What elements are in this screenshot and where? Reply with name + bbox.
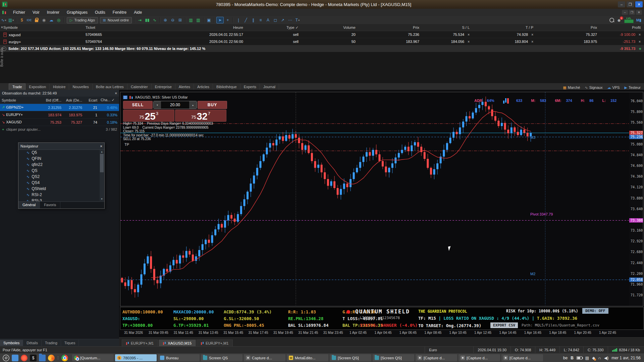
taskbar-window-button[interactable]: 5780395 - ...	[115, 354, 157, 361]
buy-button[interactable]: BUY	[198, 101, 227, 109]
toolbox-tab-trade[interactable]: Trade	[9, 83, 25, 90]
search-icon[interactable]	[609, 18, 614, 22]
toolbox-tab-boteauxlettres[interactable]: Boîte aux Lettres	[93, 84, 127, 90]
close-position-icon[interactable]: ×	[639, 40, 641, 44]
menu-outils[interactable]: Outils	[91, 9, 109, 16]
volume-value[interactable]: 20.00	[161, 101, 189, 109]
terminal-icon[interactable]: $	[30, 355, 37, 361]
shield-icon[interactable]: ◆	[592, 356, 595, 360]
remove-level-icon[interactable]: ×	[531, 40, 533, 44]
scroll-up-icon[interactable]: ▲	[100, 150, 104, 154]
service-tab-march[interactable]: ▦Marché	[563, 85, 580, 90]
chart-plot[interactable]: TPM3Pivot 3347.79M2 XAGUSD, M15: Silver …	[120, 92, 630, 306]
taskbar-window-button[interactable]: [Capture d...	[416, 354, 457, 361]
sell-quote[interactable]: 75 25 3	[123, 110, 174, 122]
close-position-icon[interactable]: ×	[639, 33, 641, 37]
title-bar[interactable]: 780395 - MonetaMarkets-Demo: Compte demo…	[0, 0, 644, 9]
taskbar-window-button[interactable]: [Screen QS]	[373, 354, 414, 361]
channel-icon[interactable]: ∥	[250, 17, 257, 23]
navigator-item-qshield[interactable]: ∿QShield	[18, 186, 99, 192]
column-header-volume[interactable]: Volume	[302, 25, 359, 29]
zoom-in-icon[interactable]: ⊕	[162, 17, 169, 23]
mdi-close-icon[interactable]: ✕	[636, 10, 642, 15]
position-row[interactable]: eurjpy+570497642026.04.01 22:56:00sell50…	[0, 38, 644, 45]
community-icon[interactable]: M▮	[636, 18, 641, 22]
files-icon[interactable]	[39, 355, 46, 361]
expand-icon[interactable]: +	[639, 46, 641, 51]
volume-down-icon[interactable]: ▾	[154, 101, 161, 109]
menu-graphiques[interactable]: Graphiques	[63, 9, 91, 16]
shapes-icon[interactable]: ◻	[272, 17, 279, 23]
indicator-remove-icon[interactable]: ▥	[195, 17, 202, 23]
market-watch-row[interactable]: ↗GBPNZD+2.312552.31276210.48%	[0, 104, 119, 111]
zigzag-icon[interactable]: ∿	[151, 17, 158, 23]
navigator-close-icon[interactable]: ×	[100, 144, 102, 148]
screenshot-icon[interactable]: ▣	[206, 17, 212, 23]
column-header-symbole[interactable]: Symbole	[0, 25, 82, 29]
menu-icon[interactable]	[3, 355, 9, 361]
service-tab-signaux[interactable]: ∿Signaux	[585, 85, 602, 90]
dollar-icon[interactable]: $	[18, 17, 25, 23]
candles-icon[interactable]: ▮▮	[144, 17, 151, 23]
text-icon[interactable]: A	[265, 17, 271, 23]
buy-quote[interactable]: 75 32 7	[175, 110, 226, 122]
remove-level-icon[interactable]: ×	[468, 40, 470, 44]
taskbar-window-button[interactable]: Capture d...	[244, 354, 285, 361]
navigator-item-rsi3[interactable]: ∿RSI-3	[18, 198, 99, 201]
cloud-icon[interactable]: ☁	[48, 17, 55, 23]
separator-dots[interactable]: ⋮	[57, 355, 59, 361]
column-header-sl[interactable]: S / L	[423, 25, 473, 29]
cursor-icon[interactable]: ➤	[216, 17, 224, 23]
toolbox-tab-alertes[interactable]: Alertes	[175, 84, 194, 90]
mw-column-2[interactable]: Ask (De...	[63, 98, 84, 102]
nouvel-ordre-button[interactable]: ⊞Nouvel ordre	[100, 17, 132, 23]
mdi-restore-icon[interactable]: ❐	[629, 10, 635, 15]
toolbox-tab-journal[interactable]: Journal	[260, 84, 279, 90]
service-tab-testeur[interactable]: ▶Testeur	[624, 85, 641, 90]
bluetooth-icon[interactable]: B	[571, 356, 574, 360]
menu-insrer[interactable]: Insérer	[43, 9, 63, 16]
taskbar-window-button[interactable]: [Capture d...	[459, 354, 500, 361]
toolbox-side-label[interactable]: Boîte à outils	[0, 30, 5, 84]
mw-column-1[interactable]: Bid (Off...	[44, 98, 63, 102]
navigator-item-qfin[interactable]: ∿QFIN	[18, 156, 99, 162]
chart-tab[interactable]: EURJPY+,M1	[122, 340, 158, 347]
scroll-down-icon[interactable]: ▼	[100, 197, 104, 201]
add-symbol-label[interactable]: cliquer pour ajouter...	[6, 127, 41, 131]
wifi-icon[interactable]: ∩	[598, 356, 601, 360]
export-csv-button[interactable]: EXPORT CSV	[490, 322, 518, 328]
toolbox-tab-exposition[interactable]: Exposition	[25, 84, 50, 90]
column-header-heure[interactable]: Heure	[163, 25, 247, 29]
battery-icon[interactable]	[577, 356, 582, 360]
clipboard-icon[interactable]: ▤	[585, 356, 589, 360]
sell-button[interactable]: SELL	[123, 101, 153, 109]
toolbox-tab-entreprise[interactable]: Entreprise	[152, 84, 175, 90]
toolbox-tab-histoire[interactable]: Histoire	[50, 84, 69, 90]
column-header-ticket[interactable]: Ticket	[82, 25, 163, 29]
column-header-prix[interactable]: Prix	[537, 25, 600, 29]
mw-tab-dtails[interactable]: Détails	[23, 340, 42, 346]
toolbox-tab-articles[interactable]: Articles	[194, 84, 213, 90]
navigator-item-q5[interactable]: ∿Q5	[18, 149, 99, 156]
navigator-item-qs[interactable]: ∿QS	[18, 168, 99, 174]
fibonacci-icon[interactable]: ≡	[257, 17, 264, 23]
service-tab-vps[interactable]: ☁VPS	[607, 85, 620, 90]
remove-level-icon[interactable]: ×	[468, 33, 470, 37]
ide-icon[interactable]: IDE	[26, 17, 33, 23]
close-button[interactable]: ✕	[635, 1, 643, 7]
navigator-title-bar[interactable]: Navigateur ×	[18, 143, 104, 150]
opera-icon[interactable]	[21, 355, 28, 361]
lock-icon[interactable]	[33, 17, 40, 23]
vertical-line-icon[interactable]: |	[235, 17, 242, 23]
navigator-tab-gnral[interactable]: Général	[18, 202, 40, 208]
more-tools-icon[interactable]: ⋯	[287, 17, 293, 23]
trendline-icon[interactable]: ╱	[243, 17, 249, 23]
chart-tab[interactable]: XAGUSD,M15	[159, 340, 196, 347]
menu-fentre[interactable]: Fenêtre	[109, 9, 130, 16]
menu-fichier[interactable]: Fichier	[9, 9, 29, 16]
chart-shift-icon[interactable]: ⇥	[137, 17, 143, 23]
navigator-item-rsi2[interactable]: ∿RSI-2	[18, 192, 99, 198]
chart-tab[interactable]: EURJPY+,M1	[197, 340, 233, 347]
mw-tab-symboles[interactable]: Symboles	[0, 340, 23, 346]
toolbox-tab-experts[interactable]: Experts	[240, 84, 260, 90]
